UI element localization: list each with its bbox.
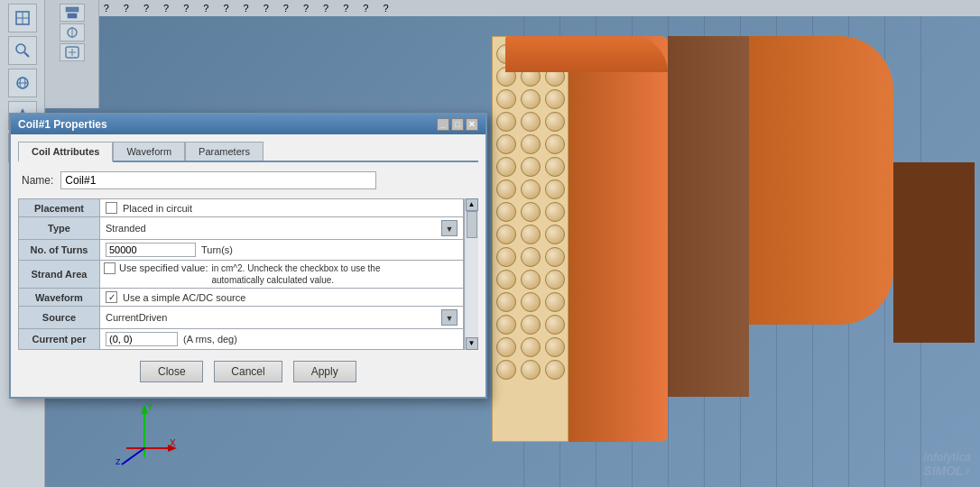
current-input[interactable]: [106, 332, 178, 346]
scroll-up-button[interactable]: ▲: [466, 198, 478, 211]
tab-waveform[interactable]: Waveform: [113, 142, 185, 161]
placement-checkbox[interactable]: [106, 202, 117, 214]
turns-input[interactable]: [106, 243, 196, 257]
waveform-checkbox-row: ✓ Use a simple AC/DC source: [106, 291, 458, 303]
properties-table: Placement Placed in circuit Type: [18, 198, 464, 350]
strand-area-check-label: Use specified value:: [119, 262, 208, 273]
orange-cap-top: [505, 36, 668, 72]
dialog-content: Coil Attributes Waveform Parameters Name…: [11, 134, 485, 397]
tab-parameters[interactable]: Parameters: [185, 142, 263, 161]
mini-icon-3[interactable]: [60, 43, 85, 61]
row-current: Current per (A rms, deg): [19, 329, 464, 350]
placement-label: Placed in circuit: [123, 203, 192, 214]
dark-separator: [668, 36, 749, 397]
row-placement: Placement Placed in circuit: [19, 199, 464, 217]
coil-properties-dialog: Coil#1 Properties _ □ ✕ Coil Attributes …: [9, 113, 487, 399]
toolbar-q13[interactable]: ?: [244, 3, 249, 14]
source-select-wrapper: CurrentDriven ▼: [106, 309, 458, 326]
svg-text:X: X: [170, 438, 176, 448]
svg-rect-13: [66, 7, 79, 12]
label-source: Source: [19, 307, 100, 329]
table-scrollbar: ▲ ▼: [464, 198, 478, 350]
scroll-thumb[interactable]: [467, 211, 477, 238]
top-toolbar: ? ? ? ? ? ? ? ? ? ? ? ? ? ? ? ? ? ? ? ?: [0, 0, 980, 16]
sidebar-icon-1[interactable]: [8, 4, 37, 32]
row-type: Type Stranded ▼: [19, 217, 464, 240]
label-current: Current per: [19, 329, 100, 350]
label-type: Type: [19, 217, 100, 240]
svg-point-3: [16, 44, 25, 53]
source-value: CurrentDriven: [106, 312, 167, 323]
scroll-down-button[interactable]: ▼: [466, 337, 478, 350]
toolbar-q7[interactable]: ?: [124, 3, 129, 14]
label-placement: Placement: [19, 199, 100, 217]
secondary-toolbar: [45, 0, 99, 108]
row-source: Source CurrentDriven ▼: [19, 307, 464, 329]
close-button[interactable]: Close: [140, 361, 203, 382]
svg-text:Y: Y: [147, 402, 153, 412]
dialog-tabs: Coil Attributes Waveform Parameters: [18, 142, 478, 162]
current-unit: (A rms, deg): [183, 334, 237, 345]
value-waveform: ✓ Use a simple AC/DC source: [100, 289, 464, 307]
source-dropdown-arrow[interactable]: ▼: [441, 309, 458, 326]
value-placement: Placed in circuit: [100, 199, 464, 217]
toolbar-q15[interactable]: ?: [283, 3, 289, 14]
toolbar-q17[interactable]: ?: [323, 3, 328, 14]
value-type: Stranded ▼: [100, 217, 464, 240]
toolbar-q12[interactable]: ?: [223, 3, 228, 14]
far-right-dark: [893, 162, 975, 343]
toolbar-q20[interactable]: ?: [383, 3, 388, 14]
mini-icon-2[interactable]: [60, 23, 85, 41]
right-orange: [749, 36, 893, 325]
svg-line-26: [122, 448, 144, 464]
orange-housing: [569, 36, 668, 442]
coil-body: [492, 36, 569, 442]
minimize-button[interactable]: _: [437, 118, 449, 131]
close-window-button[interactable]: ✕: [466, 118, 478, 131]
value-current: (A rms, deg): [100, 329, 464, 350]
svg-rect-14: [68, 14, 77, 18]
logo-watermark: infolytica SIMOLᛄ: [923, 450, 971, 478]
value-turns: Turn(s): [100, 240, 464, 261]
tab-coil-attributes[interactable]: Coil Attributes: [18, 142, 113, 162]
properties-table-wrapper: Placement Placed in circuit Type: [18, 198, 478, 350]
type-select-wrapper: Stranded ▼: [106, 220, 458, 236]
placement-checkbox-row: Placed in circuit: [106, 202, 458, 214]
sidebar-icon-3[interactable]: [8, 69, 37, 97]
titlebar-buttons: _ □ ✕: [437, 118, 478, 131]
waveform-checkbox[interactable]: ✓: [106, 291, 117, 303]
toolbar-q9[interactable]: ?: [163, 3, 169, 14]
toolbar-q14[interactable]: ?: [263, 3, 269, 14]
name-input[interactable]: [60, 171, 376, 189]
cancel-button[interactable]: Cancel: [214, 361, 282, 382]
mini-icon-1[interactable]: [60, 4, 85, 22]
strand-area-checkbox[interactable]: [104, 262, 116, 274]
svg-line-4: [24, 52, 29, 57]
toolbar-q8[interactable]: ?: [143, 3, 149, 14]
waveform-label: Use a simple AC/DC source: [123, 292, 245, 303]
name-label: Name:: [22, 174, 53, 187]
value-source: CurrentDriven ▼: [100, 307, 464, 329]
toolbar-q10[interactable]: ?: [183, 3, 189, 14]
toolbar-q6[interactable]: ?: [104, 3, 109, 14]
toolbar-q19[interactable]: ?: [363, 3, 368, 14]
row-strand-area: Strand Area Use specified value: in cm^2…: [19, 261, 464, 289]
strand-area-note: in cm^2. Uncheck the checkbox to use the…: [211, 262, 428, 286]
toolbar-q18[interactable]: ?: [343, 3, 348, 14]
type-dropdown-arrow[interactable]: ▼: [441, 220, 458, 236]
axis-indicator: Y X Z: [108, 394, 180, 469]
toolbar-q16[interactable]: ?: [303, 3, 309, 14]
sidebar-icon-magnify[interactable]: [8, 36, 37, 65]
type-value: Stranded: [106, 223, 146, 234]
apply-button[interactable]: Apply: [293, 361, 356, 382]
row-turns: No. of Turns Turn(s): [19, 240, 464, 261]
value-strand-area: Use specified value: in cm^2. Uncheck th…: [100, 261, 464, 289]
turns-unit: Turn(s): [201, 244, 233, 255]
name-row: Name:: [18, 170, 478, 191]
maximize-button[interactable]: □: [451, 118, 464, 131]
label-turns: No. of Turns: [19, 240, 100, 261]
row-waveform: Waveform ✓ Use a simple AC/DC source: [19, 289, 464, 307]
toolbar-q11[interactable]: ?: [203, 3, 208, 14]
scroll-track: [466, 211, 478, 337]
dialog-titlebar: Coil#1 Properties _ □ ✕: [11, 115, 485, 134]
